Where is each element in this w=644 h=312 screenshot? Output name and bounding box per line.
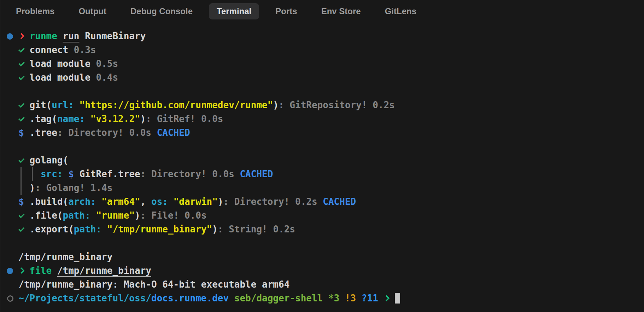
output-file-type: /tmp/runme_binary: Mach-O 64-bit executa… [7,278,640,291]
terminal-text: .export( [24,224,74,235]
tab-output[interactable]: Output [71,3,114,19]
terminal-text [85,114,90,124]
terminal-text: path: [74,224,101,235]
terminal-cursor [395,291,400,305]
terminal-text: : Directory! 0.0s [140,169,240,179]
terminal-text: : String! 0.2s [218,224,295,235]
status-dot-icon [7,29,13,43]
check-icon [18,209,24,223]
terminal-text: 0.5s [90,58,118,69]
terminal-text: ?11 [356,293,378,304]
terminal-text: name: [57,114,85,124]
tree-bar-icon [18,167,24,181]
terminal-text [90,210,96,221]
terminal-text: , [140,196,151,207]
terminal-text [7,72,18,83]
terminal-text: docs.runme.dev [151,293,229,304]
terminal-text [13,293,19,304]
terminal-text: "arm64" [101,196,140,207]
terminal-text: .file( [24,210,63,221]
terminal-text [7,224,18,235]
terminal-text [7,114,18,124]
terminal-text: ) [218,196,223,207]
terminal-text [7,45,18,55]
terminal-text: "runme" [96,210,135,221]
terminal-text [63,169,69,179]
tab-terminal[interactable]: Terminal [209,3,259,19]
tab-gitlens[interactable]: GitLens [377,3,424,19]
terminal-text: golang( [24,155,68,166]
tree-bar-icon [30,167,35,181]
terminal-text: : Directory! 0.2s [223,196,323,207]
tree-bar-icon [18,181,24,195]
step-golang-src: src: $ GitRef.tree: Directory! 0.0s CACH… [7,167,640,181]
step-file: .file(path: "runme"): File! 0.0s [7,209,640,223]
blank-line [7,85,640,98]
blank-line [7,236,640,250]
terminal-text [168,196,174,207]
terminal-text: CACHED [240,169,273,179]
terminal-text [52,265,57,276]
terminal-text: os: [151,196,168,207]
terminal-text [24,169,30,179]
terminal-text: seb/dagger-shell *3 [234,293,339,304]
terminal-text: : File! 0.0s [140,210,207,221]
step-tree: $ .tree: Directory! 0.0s CACHED [7,126,640,140]
terminal-text [229,293,234,304]
terminal-text [35,169,41,179]
tab-ports[interactable]: Ports [268,3,305,19]
terminal-text [378,293,384,304]
terminal-text: "https://github.com/runmedev/runme" [80,100,273,110]
check-icon [18,98,24,112]
terminal-text: $ [18,196,24,207]
blank-line [7,140,640,154]
step-git: git(url: "https://github.com/runmedev/ru… [7,98,640,112]
terminal-text [7,100,18,110]
step-golang-close: ): Golang! 1.4s [7,181,640,195]
terminal-text: $ [68,169,74,179]
terminal-text: load module [24,58,90,69]
tab-debug-console[interactable]: Debug Console [123,3,200,19]
step-export: .export(path: "/tmp/runme_binary"): Stri… [7,223,640,236]
terminal-text: !3 [339,293,356,304]
check-icon [18,154,24,167]
tab-env-store[interactable]: Env Store [314,3,369,19]
terminal-text: ~/Projects/stateful/oss/ [18,293,151,304]
terminal-text: /tmp/runme_binary [57,265,151,276]
check-icon [18,43,24,57]
terminal-text: url: [52,100,74,110]
terminal-text [7,210,18,221]
terminal-text: 0.3s [68,45,96,55]
terminal-text: CACHED [323,196,356,207]
terminal-text: : GitRef! 0.0s [146,114,223,124]
terminal-text [7,58,18,69]
terminal-view[interactable]: runme run RunmeBinary connect 0.3s load … [0,23,644,305]
command-line-runme: runme run RunmeBinary [7,29,640,43]
terminal-text: .tag( [24,114,57,124]
terminal-text: git( [24,100,52,110]
prompt-chevron-icon [18,29,24,43]
terminal-text [74,100,80,110]
prompt-chevron-icon [18,264,24,278]
terminal-panel: { "tabs": { "active_tab": "Terminal", "i… [0,0,644,312]
terminal-text [13,31,19,41]
terminal-text [7,169,18,179]
step-build: $ .build(arch: "arm64", os: "darwin"): D… [7,195,640,209]
terminal-text: : Directory! 0.0s [57,127,157,138]
terminal-text [7,196,18,207]
step-load-module-1: load module 0.5s [7,57,640,71]
terminal-text [7,155,18,166]
terminal-text [24,31,30,41]
output-binary-path: /tmp/runme_binary [7,250,640,264]
terminal-text: ) [140,114,146,124]
check-icon [18,112,24,126]
terminal-text: /tmp/runme_binary: Mach-O 64-bit executa… [7,279,289,290]
status-dot-icon [7,264,13,278]
terminal-text [7,127,18,138]
check-icon [18,57,24,71]
tab-problems[interactable]: Problems [8,3,62,19]
terminal-text [96,196,101,207]
shell-prompt: ~/Projects/stateful/oss/docs.runme.dev s… [7,291,640,305]
terminal-text [389,293,395,304]
terminal-text: load module [24,72,90,83]
